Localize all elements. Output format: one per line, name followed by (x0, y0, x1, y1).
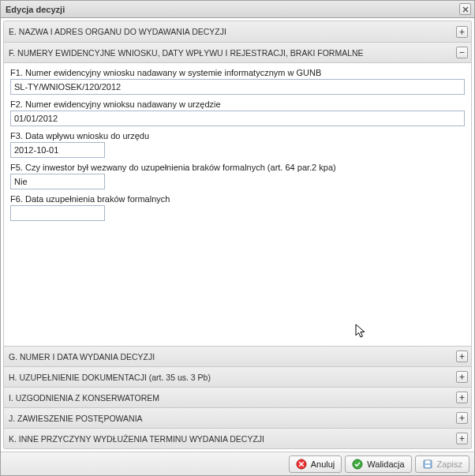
expand-icon (456, 412, 468, 424)
input-f5[interactable] (10, 174, 105, 189)
validate-icon (352, 459, 363, 470)
panel-title: J. ZAWIESZENIE POSTĘPOWANIA (9, 414, 456, 423)
panel-header-f[interactable]: F. NUMERY EWIDENCYJNE WNIOSKU, DATY WPŁY… (4, 42, 471, 62)
titlebar: Edycja decyzji (1, 1, 474, 18)
dialog-content: E. NAZWA I ADRES ORGANU DO WYDAWANIA DEC… (1, 18, 474, 452)
panel-title: E. NAZWA I ADRES ORGANU DO WYDAWANIA DEC… (9, 27, 456, 36)
panel-header-k[interactable]: K. INNE PRZYCZYNY WYDŁUŻENIA TERMINU WYD… (4, 428, 471, 448)
validate-button[interactable]: Walidacja (345, 455, 411, 473)
field-f6: F6. Data uzupełnienia braków formalnych (10, 194, 465, 221)
panel-header-g[interactable]: G. NUMER I DATA WYDANIA DECYZJI (4, 346, 471, 366)
window-title: Edycja decyzji (6, 5, 459, 14)
panel-title: F. NUMERY EWIDENCYJNE WNIOSKU, DATY WPŁY… (9, 48, 456, 58)
cancel-icon (296, 459, 307, 470)
field-f3: F3. Data wpływu wniosku do urzędu (10, 131, 465, 158)
collapse-icon (456, 47, 468, 58)
expand-icon (456, 433, 468, 444)
close-icon (462, 6, 469, 13)
close-button[interactable] (459, 3, 471, 15)
save-label: Zapisz (437, 459, 462, 469)
field-f1: F1. Numer ewidencyjny wniosku nadawany w… (10, 68, 465, 95)
panel-title: G. NUMER I DATA WYDANIA DECYZJI (9, 352, 456, 362)
input-f6[interactable] (10, 205, 105, 221)
field-label-f5: F5. Czy inwestor był wezwany do uzupełni… (10, 163, 465, 172)
panel-header-j[interactable]: J. ZAWIESZENIE POSTĘPOWANIA (4, 407, 471, 428)
field-f2: F2. Numer ewidencyjny wnioksu nadawany w… (10, 99, 465, 126)
cancel-label: Anuluj (311, 459, 335, 469)
field-label-f1: F1. Numer ewidencyjny wniosku nadawany w… (10, 68, 465, 77)
mouse-cursor-icon (355, 324, 368, 341)
save-icon (422, 459, 433, 470)
svg-point-1 (353, 459, 362, 469)
panel-body-f: F1. Numer ewidencyjny wniosku nadawany w… (4, 62, 471, 346)
panel-title: I. UZGODNIENIA Z KONSERWATOREM (9, 393, 456, 403)
save-button[interactable]: Zapisz (415, 455, 469, 473)
accordion: E. NAZWA I ADRES ORGANU DO WYDAWANIA DEC… (3, 21, 472, 449)
validate-label: Walidacja (367, 459, 404, 469)
panel-header-i[interactable]: I. UZGODNIENIA Z KONSERWATOREM (4, 387, 471, 407)
field-label-f2: F2. Numer ewidencyjny wnioksu nadawany w… (10, 99, 465, 109)
field-label-f6: F6. Data uzupełnienia braków formalnych (10, 194, 465, 204)
panel-title: H. UZUPEŁNIENIE DOKUMENTACJI (art. 35 us… (9, 373, 456, 382)
input-f3[interactable] (10, 142, 105, 158)
expand-icon (456, 26, 468, 38)
field-label-f3: F3. Data wpływu wniosku do urzędu (10, 131, 465, 141)
expand-icon (456, 392, 468, 403)
dialog-window: Edycja decyzji E. NAZWA I ADRES ORGANU D… (0, 0, 475, 476)
input-f2[interactable] (10, 111, 465, 126)
expand-icon (456, 371, 468, 383)
svg-rect-3 (425, 460, 430, 463)
dialog-footer: Anuluj Walidacja Zapisz (1, 452, 474, 475)
panel-header-h[interactable]: H. UZUPEŁNIENIE DOKUMENTACJI (art. 35 us… (4, 366, 471, 387)
field-f5: F5. Czy inwestor był wezwany do uzupełni… (10, 163, 465, 189)
cancel-button[interactable]: Anuluj (289, 455, 342, 473)
panel-title: K. INNE PRZYCZYNY WYDŁUŻENIA TERMINU WYD… (9, 434, 456, 444)
svg-rect-4 (425, 465, 430, 467)
input-f1[interactable] (10, 79, 465, 95)
panel-header-e[interactable]: E. NAZWA I ADRES ORGANU DO WYDAWANIA DEC… (4, 21, 471, 42)
expand-icon (456, 350, 468, 362)
